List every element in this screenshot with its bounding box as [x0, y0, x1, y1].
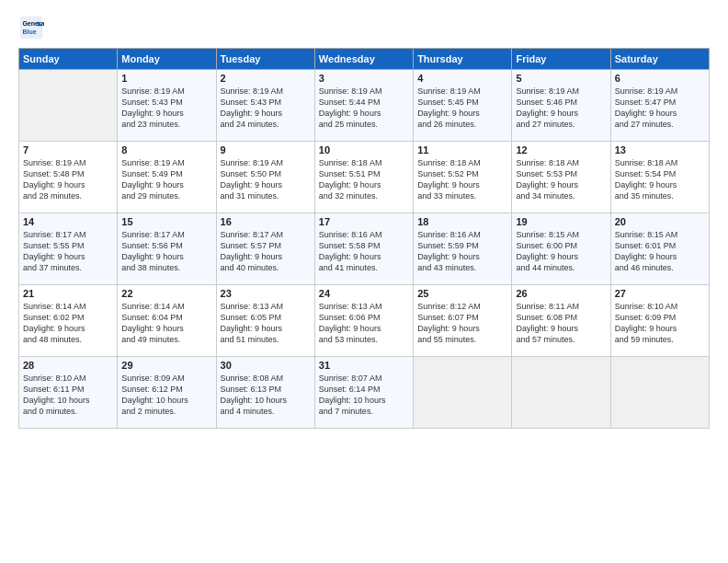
day-number: 7 — [23, 144, 113, 155]
calendar-cell: 31Sunrise: 8:07 AM Sunset: 6:14 PM Dayli… — [314, 357, 413, 429]
week-row-2: 7Sunrise: 8:19 AM Sunset: 5:48 PM Daylig… — [19, 142, 710, 213]
calendar-cell: 20Sunrise: 8:15 AM Sunset: 6:01 PM Dayli… — [610, 213, 709, 285]
calendar-cell: 14Sunrise: 8:17 AM Sunset: 5:55 PM Dayli… — [19, 213, 118, 285]
day-number: 26 — [516, 288, 606, 299]
day-number: 1 — [121, 73, 211, 84]
day-info: Sunrise: 8:19 AM Sunset: 5:44 PM Dayligh… — [319, 86, 409, 131]
calendar-cell: 7Sunrise: 8:19 AM Sunset: 5:48 PM Daylig… — [19, 142, 118, 213]
calendar-cell: 5Sunrise: 8:19 AM Sunset: 5:46 PM Daylig… — [512, 70, 610, 142]
calendar-cell — [610, 357, 709, 429]
weekday-header-wednesday: Wednesday — [314, 49, 413, 70]
day-number: 6 — [615, 73, 705, 84]
day-number: 20 — [615, 216, 705, 227]
day-info: Sunrise: 8:19 AM Sunset: 5:50 PM Dayligh… — [221, 157, 311, 202]
day-info: Sunrise: 8:16 AM Sunset: 5:59 PM Dayligh… — [417, 229, 507, 274]
week-row-1: 1Sunrise: 8:19 AM Sunset: 5:43 PM Daylig… — [19, 70, 710, 142]
calendar-cell: 22Sunrise: 8:14 AM Sunset: 6:04 PM Dayli… — [118, 285, 216, 357]
calendar-cell: 10Sunrise: 8:18 AM Sunset: 5:51 PM Dayli… — [314, 142, 413, 213]
day-number: 10 — [319, 144, 409, 155]
weekday-header-monday: Monday — [118, 49, 216, 70]
calendar-cell: 19Sunrise: 8:15 AM Sunset: 6:00 PM Dayli… — [512, 213, 610, 285]
day-info: Sunrise: 8:19 AM Sunset: 5:45 PM Dayligh… — [417, 86, 507, 131]
calendar-cell: 12Sunrise: 8:18 AM Sunset: 5:53 PM Dayli… — [512, 142, 610, 213]
day-info: Sunrise: 8:10 AM Sunset: 6:09 PM Dayligh… — [615, 301, 705, 346]
day-number: 2 — [221, 73, 311, 84]
weekday-header-tuesday: Tuesday — [216, 49, 314, 70]
calendar-cell: 6Sunrise: 8:19 AM Sunset: 5:47 PM Daylig… — [610, 70, 709, 142]
day-number: 31 — [319, 360, 409, 371]
calendar-cell: 15Sunrise: 8:17 AM Sunset: 5:56 PM Dayli… — [118, 213, 216, 285]
day-info: Sunrise: 8:15 AM Sunset: 6:01 PM Dayligh… — [615, 229, 705, 274]
day-info: Sunrise: 8:13 AM Sunset: 6:05 PM Dayligh… — [221, 301, 311, 346]
day-info: Sunrise: 8:19 AM Sunset: 5:46 PM Dayligh… — [516, 86, 606, 131]
week-row-4: 21Sunrise: 8:14 AM Sunset: 6:02 PM Dayli… — [19, 285, 710, 357]
day-number: 18 — [417, 216, 507, 227]
calendar-cell: 28Sunrise: 8:10 AM Sunset: 6:11 PM Dayli… — [19, 357, 118, 429]
day-number: 29 — [121, 360, 211, 371]
day-number: 14 — [23, 216, 113, 227]
calendar-cell: 25Sunrise: 8:12 AM Sunset: 6:07 PM Dayli… — [414, 285, 512, 357]
day-number: 22 — [121, 288, 211, 299]
day-number: 21 — [23, 288, 113, 299]
calendar-cell: 23Sunrise: 8:13 AM Sunset: 6:05 PM Dayli… — [216, 285, 314, 357]
day-info: Sunrise: 8:19 AM Sunset: 5:47 PM Dayligh… — [615, 86, 705, 131]
day-info: Sunrise: 8:14 AM Sunset: 6:04 PM Dayligh… — [121, 301, 211, 346]
weekday-header-saturday: Saturday — [610, 49, 709, 70]
calendar-cell: 17Sunrise: 8:16 AM Sunset: 5:58 PM Dayli… — [314, 213, 413, 285]
weekday-header-sunday: Sunday — [19, 49, 118, 70]
day-number: 28 — [23, 360, 113, 371]
calendar-cell: 26Sunrise: 8:11 AM Sunset: 6:08 PM Dayli… — [512, 285, 610, 357]
day-number: 16 — [221, 216, 311, 227]
day-info: Sunrise: 8:18 AM Sunset: 5:53 PM Dayligh… — [516, 157, 606, 202]
calendar-cell: 24Sunrise: 8:13 AM Sunset: 6:06 PM Dayli… — [314, 285, 413, 357]
day-info: Sunrise: 8:11 AM Sunset: 6:08 PM Dayligh… — [516, 301, 606, 346]
calendar-cell: 8Sunrise: 8:19 AM Sunset: 5:49 PM Daylig… — [118, 142, 216, 213]
day-number: 15 — [121, 216, 211, 227]
logo: General Blue — [18, 15, 48, 40]
calendar-table: SundayMondayTuesdayWednesdayThursdayFrid… — [18, 48, 710, 429]
calendar-cell: 3Sunrise: 8:19 AM Sunset: 5:44 PM Daylig… — [314, 70, 413, 142]
day-number: 27 — [615, 288, 705, 299]
day-number: 3 — [319, 73, 409, 84]
day-info: Sunrise: 8:17 AM Sunset: 5:56 PM Dayligh… — [121, 229, 211, 274]
day-info: Sunrise: 8:14 AM Sunset: 6:02 PM Dayligh… — [23, 301, 113, 346]
day-number: 19 — [516, 216, 606, 227]
calendar-cell: 11Sunrise: 8:18 AM Sunset: 5:52 PM Dayli… — [414, 142, 512, 213]
day-number: 11 — [417, 144, 507, 155]
weekday-header-thursday: Thursday — [414, 49, 512, 70]
calendar-cell — [19, 70, 118, 142]
calendar-cell: 27Sunrise: 8:10 AM Sunset: 6:09 PM Dayli… — [610, 285, 709, 357]
calendar-cell: 16Sunrise: 8:17 AM Sunset: 5:57 PM Dayli… — [216, 213, 314, 285]
header: General Blue — [18, 15, 710, 40]
calendar-cell — [512, 357, 610, 429]
svg-text:Blue: Blue — [22, 29, 36, 35]
day-info: Sunrise: 8:19 AM Sunset: 5:49 PM Dayligh… — [121, 157, 211, 202]
calendar-cell: 29Sunrise: 8:09 AM Sunset: 6:12 PM Dayli… — [118, 357, 216, 429]
day-info: Sunrise: 8:08 AM Sunset: 6:13 PM Dayligh… — [221, 373, 311, 418]
day-number: 17 — [319, 216, 409, 227]
calendar-cell: 9Sunrise: 8:19 AM Sunset: 5:50 PM Daylig… — [216, 142, 314, 213]
calendar-cell: 21Sunrise: 8:14 AM Sunset: 6:02 PM Dayli… — [19, 285, 118, 357]
week-row-3: 14Sunrise: 8:17 AM Sunset: 5:55 PM Dayli… — [19, 213, 710, 285]
day-number: 12 — [516, 144, 606, 155]
day-info: Sunrise: 8:18 AM Sunset: 5:51 PM Dayligh… — [319, 157, 409, 202]
calendar-cell — [414, 357, 512, 429]
day-info: Sunrise: 8:19 AM Sunset: 5:48 PM Dayligh… — [23, 157, 113, 202]
day-info: Sunrise: 8:10 AM Sunset: 6:11 PM Dayligh… — [23, 373, 113, 418]
calendar-cell: 1Sunrise: 8:19 AM Sunset: 5:43 PM Daylig… — [118, 70, 216, 142]
calendar-cell: 18Sunrise: 8:16 AM Sunset: 5:59 PM Dayli… — [414, 213, 512, 285]
day-number: 8 — [121, 144, 211, 155]
day-number: 30 — [221, 360, 311, 371]
day-number: 9 — [221, 144, 311, 155]
day-number: 25 — [417, 288, 507, 299]
day-number: 5 — [516, 73, 606, 84]
day-number: 13 — [615, 144, 705, 155]
week-row-5: 28Sunrise: 8:10 AM Sunset: 6:11 PM Dayli… — [19, 357, 710, 429]
day-info: Sunrise: 8:19 AM Sunset: 5:43 PM Dayligh… — [121, 86, 211, 131]
day-info: Sunrise: 8:16 AM Sunset: 5:58 PM Dayligh… — [319, 229, 409, 274]
day-number: 24 — [319, 288, 409, 299]
day-info: Sunrise: 8:12 AM Sunset: 6:07 PM Dayligh… — [417, 301, 507, 346]
day-info: Sunrise: 8:17 AM Sunset: 5:55 PM Dayligh… — [23, 229, 113, 274]
logo-icon: General Blue — [18, 15, 44, 40]
day-info: Sunrise: 8:18 AM Sunset: 5:52 PM Dayligh… — [417, 157, 507, 202]
